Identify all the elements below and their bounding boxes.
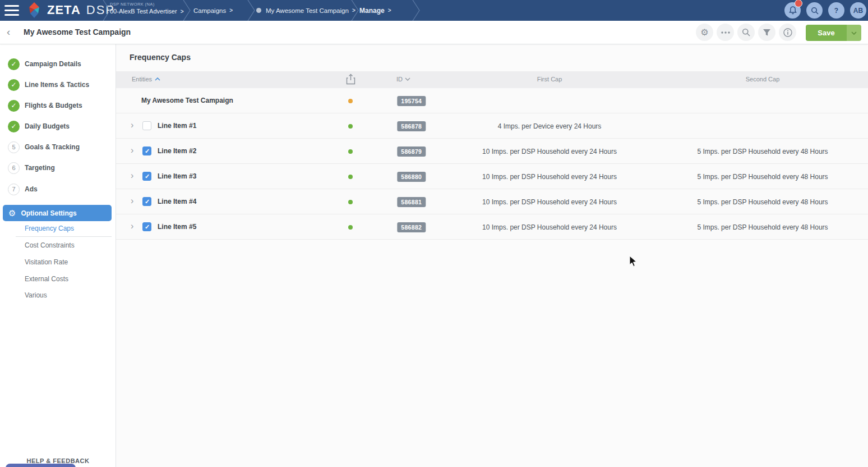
table-header: Entities ID First Cap Second Cap [116, 71, 868, 88]
search-icon [811, 7, 819, 15]
funnel-icon [763, 29, 771, 36]
sidebar-item-targeting[interactable]: 6 Targeting [0, 159, 116, 176]
sidebar-subitem-visitation-rate[interactable]: Visitation Rate [25, 258, 68, 266]
sidebar-item-line-items-tactics[interactable]: ✓ Line Items & Tactics [0, 76, 116, 93]
filter-button[interactable] [758, 24, 775, 41]
check-icon: ✓ [8, 121, 20, 132]
expand-chevron-icon[interactable]: › [131, 145, 133, 155]
zeta-logo-icon [26, 2, 43, 18]
second-cap-value: 5 Imps. per DSP Household every 48 Hours [650, 223, 868, 231]
row-checkbox[interactable] [142, 172, 151, 181]
save-button[interactable]: Save [806, 25, 847, 41]
id-badge: 586881 [397, 197, 426, 207]
export-share-icon[interactable] [346, 74, 355, 85]
breadcrumb-separator [183, 0, 191, 21]
notifications-button[interactable] [784, 2, 801, 19]
column-header-entities[interactable]: Entities [132, 76, 160, 83]
sidebar-subitem-external-costs[interactable]: External Costs [25, 275, 68, 283]
bell-icon [789, 6, 797, 15]
id-badge: 586880 [397, 172, 426, 182]
chevron-down-icon [851, 31, 857, 35]
info-button[interactable] [779, 24, 796, 41]
column-header-id[interactable]: ID [396, 76, 410, 83]
table-row-line-item-5[interactable]: › Line Item #5 586882 10 Imps. per DSP H… [116, 214, 868, 240]
row-checkbox[interactable] [142, 121, 151, 130]
sort-caret-down-icon [405, 77, 410, 81]
column-header-first-cap[interactable]: First Cap [493, 76, 606, 83]
search-table-button[interactable] [737, 24, 755, 41]
expand-chevron-icon[interactable]: › [131, 120, 133, 130]
breadcrumb-manage[interactable]: Manage> [359, 0, 391, 21]
table-row-line-item-1[interactable]: › Line Item #1 586878 4 Imps. per Device… [116, 113, 868, 139]
breadcrumb-campaigns[interactable]: Campaigns> [193, 0, 233, 21]
sidebar-subitem-cost-constraints[interactable]: Cost Constraints [25, 241, 75, 249]
entity-name: My Awesome Test Campaign [141, 97, 233, 104]
sidebar-item-daily-budgets[interactable]: ✓ Daily Budgets [0, 118, 116, 135]
chevron-right-icon: > [181, 8, 184, 15]
row-checkbox[interactable] [142, 222, 151, 231]
ellipsis-icon [721, 31, 730, 34]
expand-chevron-icon[interactable]: › [131, 171, 133, 181]
id-badge: 586879 [397, 146, 426, 157]
frequency-caps-panel: Frequency Caps Entities ID First Cap Sec… [116, 44, 868, 467]
check-icon: ✓ [8, 79, 20, 91]
sidebar-subitem-various[interactable]: Various [25, 291, 47, 299]
sidebar-item-ads[interactable]: 7 Ads [0, 181, 116, 198]
id-badge: 586882 [397, 222, 426, 232]
status-dot-green [348, 225, 353, 230]
row-checkbox[interactable] [142, 197, 151, 206]
sidebar-item-flights-budgets[interactable]: ✓ Flights & Budgets [0, 97, 116, 114]
breadcrumb-separator [412, 0, 421, 21]
sidebar-item-campaign-details[interactable]: ✓ Campaign Details [0, 56, 116, 72]
chat-widget-button[interactable] [6, 464, 76, 467]
gear-icon: ⚙ [700, 27, 708, 38]
brand-zeta: ZETA [47, 3, 81, 17]
expand-chevron-icon[interactable]: › [131, 221, 133, 231]
table-row-campaign[interactable]: › My Awesome Test Campaign 195754 [116, 88, 868, 113]
table-row-line-item-3[interactable]: › Line Item #3 586880 10 Imps. per DSP H… [116, 164, 868, 189]
entity-name: Line Item #3 [158, 172, 196, 180]
status-dot-green [348, 149, 353, 154]
first-cap-value: 10 Imps. per DSP Household every 24 Hour… [437, 223, 662, 231]
page-title: My Awesome Test Campaign [24, 28, 131, 36]
sort-caret-up-icon [155, 77, 160, 81]
user-avatar[interactable]: AB [850, 2, 866, 19]
step-number: 7 [8, 184, 20, 195]
search-button[interactable] [806, 2, 823, 19]
zeta-dsp-logo[interactable]: ZETA DSP [26, 2, 115, 18]
settings-button[interactable]: ⚙ [696, 24, 713, 41]
back-arrow-icon[interactable]: ‹ [7, 26, 10, 38]
breadcrumb-advertiser[interactable]: DSP NETWORK (NA) 00-AlexB Test Advertise… [110, 2, 183, 22]
first-cap-value: 4 Imps. per Device every 24 Hours [437, 122, 662, 130]
save-dropdown-button[interactable] [847, 25, 861, 41]
first-cap-value: 10 Imps. per DSP Household every 24 Hour… [437, 198, 662, 206]
sidebar-item-goals-tracking[interactable]: 5 Goals & Tracking [0, 139, 116, 155]
first-cap-value: 10 Imps. per DSP Household every 24 Hour… [437, 173, 662, 181]
notification-badge [795, 0, 802, 7]
sidebar-item-optional-settings[interactable]: ⚙ Optional Settings [3, 205, 112, 221]
chevron-right-icon: > [388, 7, 391, 13]
status-dot-green [348, 124, 353, 129]
step-number: 5 [8, 141, 20, 153]
column-header-second-cap[interactable]: Second Cap [707, 76, 819, 83]
second-cap-value: 5 Imps. per DSP Household every 48 Hours [650, 198, 868, 206]
section-title: Frequency Caps [130, 53, 191, 62]
step-number: 6 [8, 162, 20, 174]
divider [16, 236, 112, 237]
breadcrumb-separator [247, 0, 256, 21]
row-checkbox[interactable] [142, 146, 151, 155]
breadcrumb-campaign[interactable]: My Awesome Test Campaign> [256, 0, 355, 21]
more-options-button[interactable] [717, 24, 734, 41]
chevron-right-icon: > [229, 7, 233, 13]
help-button[interactable]: ? [828, 2, 844, 19]
first-cap-value: 10 Imps. per DSP Household every 24 Hour… [437, 148, 662, 155]
hamburger-menu-icon[interactable] [4, 5, 19, 16]
check-icon: ✓ [8, 100, 20, 112]
network-label: DSP NETWORK (NA) [110, 2, 183, 7]
table-row-line-item-4[interactable]: › Line Item #4 586881 10 Imps. per DSP H… [116, 189, 868, 214]
top-navigation-bar: ZETA DSP DSP NETWORK (NA) 00-AlexB Test … [0, 0, 868, 21]
table-row-line-item-2[interactable]: › Line Item #2 586879 10 Imps. per DSP H… [116, 139, 868, 164]
sidebar-subitem-frequency-caps[interactable]: Frequency Caps [25, 225, 74, 232]
expand-chevron-icon[interactable]: › [131, 196, 133, 206]
status-dot-icon [256, 8, 261, 13]
